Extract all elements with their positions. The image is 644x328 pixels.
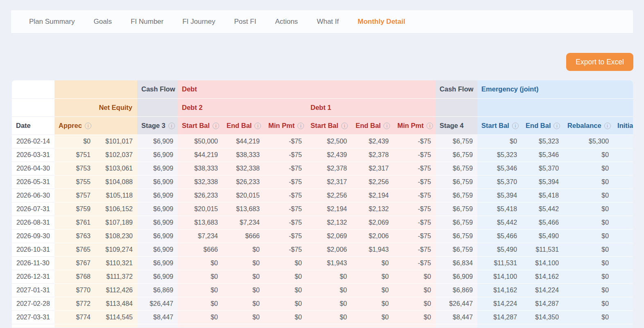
tab-monthly-detail[interactable]: Monthly Detail xyxy=(348,18,415,26)
info-icon[interactable]: i xyxy=(341,123,348,129)
value-cell: $8,447 xyxy=(137,310,178,324)
value-cell: $5,394 xyxy=(522,175,563,189)
value-cell xyxy=(613,243,633,256)
column-header-stage-4: Stage 4 xyxy=(435,116,477,134)
info-icon[interactable]: i xyxy=(168,123,175,129)
info-icon[interactable]: i xyxy=(604,123,611,129)
date-cell: 2026-10-31 xyxy=(12,243,54,256)
export-to-excel-button[interactable]: Export to Excel xyxy=(566,53,633,71)
value-cell: $0 xyxy=(264,283,306,297)
value-cell: $5,418 xyxy=(522,189,563,202)
info-icon[interactable]: i xyxy=(254,123,261,129)
column-header-label: Stage 4 xyxy=(440,122,464,129)
value-cell: $0 xyxy=(477,134,522,148)
info-icon[interactable]: i xyxy=(297,123,304,129)
group-header-spacer xyxy=(477,98,633,116)
value-cell: -$75 xyxy=(264,162,306,175)
value-cell: $6,909 xyxy=(137,256,178,270)
value-cell xyxy=(613,324,633,328)
column-header-label: Min Pmt xyxy=(268,122,295,129)
value-cell: $0 xyxy=(306,297,351,310)
tab-fi-journey[interactable]: FI Journey xyxy=(173,18,224,26)
group-header-spacer xyxy=(54,80,137,98)
column-header-apprec: Appreci xyxy=(54,116,95,134)
value-cell: $102,037 xyxy=(95,148,137,162)
value-cell: $0 xyxy=(563,229,613,243)
value-cell: $6,909 xyxy=(137,162,178,175)
tab-what-if[interactable]: What If xyxy=(307,18,348,26)
info-icon[interactable]: i xyxy=(553,123,560,129)
value-cell: -$75 xyxy=(393,175,435,189)
value-cell: $26,447 xyxy=(137,297,178,310)
value-cell: $0 xyxy=(351,297,393,310)
value-cell: $6,909 xyxy=(137,243,178,256)
value-cell xyxy=(393,324,435,328)
info-icon[interactable]: i xyxy=(512,123,519,129)
value-cell: $666 xyxy=(222,229,264,243)
info-icon[interactable]: i xyxy=(426,123,433,129)
value-cell: $26,447 xyxy=(435,297,477,310)
value-cell: -$75 xyxy=(264,202,306,216)
value-cell: $5,370 xyxy=(477,175,522,189)
info-icon[interactable]: i xyxy=(213,123,219,129)
date-cell: 2026-07-31 xyxy=(12,202,54,216)
value-cell: $1,943 xyxy=(306,256,351,270)
value-cell xyxy=(613,310,633,324)
value-cell: $0 xyxy=(222,243,264,256)
tab-plan-summary[interactable]: Plan Summary xyxy=(20,18,84,26)
value-cell: $2,439 xyxy=(306,148,351,162)
value-cell: $751 xyxy=(54,148,95,162)
value-cell xyxy=(613,134,633,148)
tab-fi-number[interactable]: FI Number xyxy=(121,18,173,26)
value-cell: $666 xyxy=(178,243,222,256)
value-cell: $753 xyxy=(54,162,95,175)
column-header-end-bal: End Bali xyxy=(222,116,264,134)
value-cell xyxy=(613,216,633,229)
value-cell: $770 xyxy=(54,283,95,297)
value-cell: $5,466 xyxy=(522,216,563,229)
info-icon[interactable]: i xyxy=(85,123,91,129)
value-cell: $2,439 xyxy=(351,134,393,148)
column-header-label: Min Pmt xyxy=(397,122,424,129)
value-cell: $761 xyxy=(54,216,95,229)
value-cell xyxy=(95,324,137,328)
value-cell: $5,370 xyxy=(522,162,563,175)
info-icon[interactable]: i xyxy=(383,123,390,129)
value-cell: $6,909 xyxy=(137,134,178,148)
group-header-cash-flow: Cash Flow xyxy=(435,80,477,98)
tab-actions[interactable]: Actions xyxy=(265,18,307,26)
value-cell: $0 xyxy=(563,310,613,324)
value-cell: $2,317 xyxy=(306,175,351,189)
value-cell: $6,759 xyxy=(435,134,477,148)
tab-goals[interactable]: Goals xyxy=(84,18,121,26)
value-cell: $6,759 xyxy=(435,175,477,189)
value-cell: $0 xyxy=(393,310,435,324)
column-header-label: Date xyxy=(16,122,31,129)
value-cell: $774 xyxy=(54,310,95,324)
tab-post-fi[interactable]: Post FI xyxy=(225,18,266,26)
value-cell: $14,287 xyxy=(522,297,563,310)
value-cell xyxy=(54,324,95,328)
value-cell: $104,088 xyxy=(95,175,137,189)
value-cell: $38,333 xyxy=(178,162,222,175)
value-cell: $50,000 xyxy=(178,134,222,148)
value-cell: $6,909 xyxy=(137,216,178,229)
value-cell: $0 xyxy=(563,243,613,256)
table-row: 2026-03-31$751$102,037$6,909$44,219$38,3… xyxy=(12,148,633,162)
value-cell: -$75 xyxy=(393,229,435,243)
value-cell: $6,759 xyxy=(435,243,477,256)
date-cell: 2027-03-31 xyxy=(12,310,54,324)
value-cell: $5,346 xyxy=(477,162,522,175)
table-row: 2027-01-31$770$112,426$6,869$0$0$0$0$0$0… xyxy=(12,283,633,297)
date-cell: 2026-04-30 xyxy=(12,162,54,175)
value-cell xyxy=(264,324,306,328)
column-header-label: Rebalance xyxy=(567,122,601,129)
table-row: 2026-10-31$765$109,274$6,909$666$0-$75$2… xyxy=(12,243,633,256)
value-cell: $759 xyxy=(54,202,95,216)
value-cell: $11,531 xyxy=(477,256,522,270)
value-cell: $110,321 xyxy=(95,256,137,270)
date-cell: 2026-02-14 xyxy=(12,134,54,148)
value-cell: $0 xyxy=(222,283,264,297)
value-cell: $0 xyxy=(178,270,222,283)
value-cell: $2,006 xyxy=(306,243,351,256)
